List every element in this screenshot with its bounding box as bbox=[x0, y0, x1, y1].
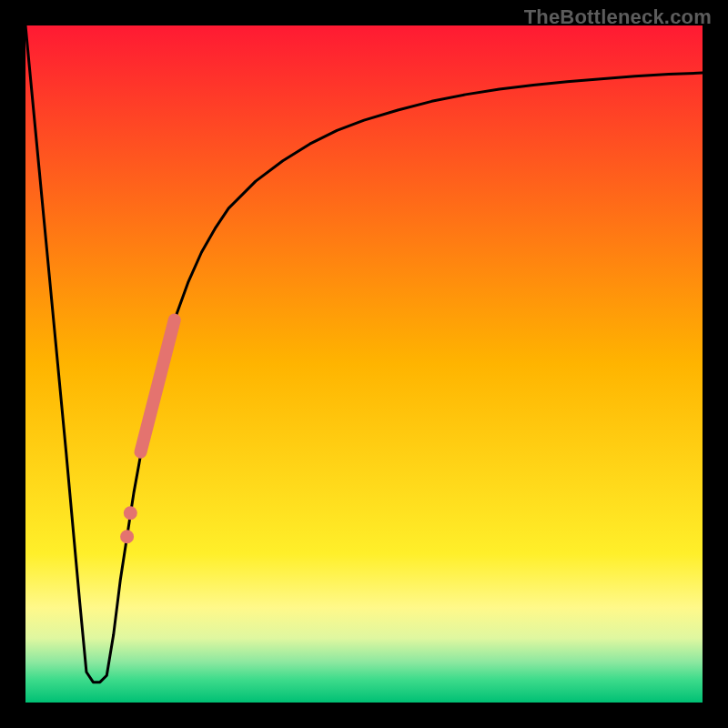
marker-point bbox=[120, 530, 134, 543]
chart-frame: TheBottleneck.com bbox=[0, 0, 728, 728]
watermark-text: TheBottleneck.com bbox=[524, 5, 712, 29]
gradient-background bbox=[25, 25, 703, 703]
marker-point bbox=[124, 506, 137, 520]
chart-svg bbox=[25, 25, 703, 703]
plot-area bbox=[25, 25, 703, 703]
